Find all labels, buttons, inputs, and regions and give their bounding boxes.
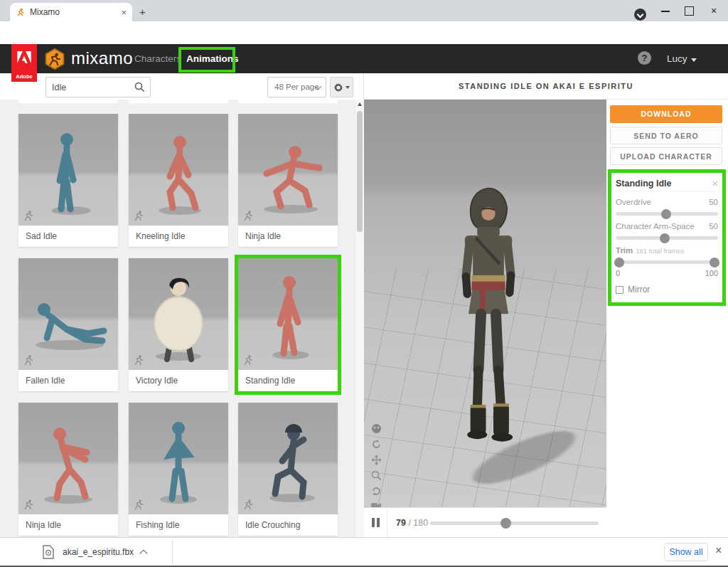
timeline-slider[interactable] xyxy=(430,521,599,525)
show-all-button[interactable]: Show all xyxy=(664,543,708,561)
mixamo-favicon-runner-icon xyxy=(16,8,25,17)
tab-characters[interactable]: Characters xyxy=(134,53,181,64)
user-menu[interactable]: Lucy xyxy=(667,53,697,64)
animation-card-label: Ninja Idle xyxy=(238,226,338,247)
mirror-label: Mirror xyxy=(628,285,650,295)
tab-animations[interactable]: Animations xyxy=(186,53,239,64)
user-name: Lucy xyxy=(667,53,687,64)
adobe-a-icon xyxy=(17,51,31,63)
animation-card-label: Kneeling Idle xyxy=(129,226,228,247)
animation-thumbnail xyxy=(238,403,338,514)
download-bar-close-icon[interactable]: × xyxy=(715,544,722,557)
settings-title: Standing Idle xyxy=(616,179,671,189)
armspace-slider-thumb[interactable] xyxy=(660,233,670,243)
armspace-value: 50 xyxy=(709,222,718,230)
overdrive-slider[interactable] xyxy=(616,212,718,216)
animation-thumbnail xyxy=(129,114,228,226)
animation-card-fishing-idle[interactable]: Fishing Idle xyxy=(129,403,228,536)
tab-close-icon[interactable]: × xyxy=(121,7,127,18)
gear-icon xyxy=(333,83,343,92)
animation-thumbnail xyxy=(18,403,118,514)
timeline-thumb[interactable] xyxy=(500,518,511,529)
current-frame: 79 xyxy=(396,518,406,528)
per-page-select[interactable]: 48 Per page xyxy=(267,77,326,97)
character-model[interactable] xyxy=(439,167,538,473)
animation-card-ninja-idle-2[interactable]: Ninja Idle xyxy=(18,403,118,536)
window-minimize-button[interactable] xyxy=(660,5,671,16)
downloaded-file-name: akai_e_espiritu.fbx xyxy=(63,547,134,557)
pause-button[interactable] xyxy=(364,508,387,538)
animation-card-victory-idle[interactable]: Victory Idle xyxy=(129,258,228,391)
upload-character-button[interactable]: UPLOAD CHARACTER xyxy=(610,147,722,165)
browser-tab[interactable]: Mixamo × xyxy=(10,3,132,21)
animation-thumbnail xyxy=(129,403,228,514)
animation-card-sad-idle[interactable]: Sad Idle xyxy=(18,114,118,247)
adobe-wordmark: Adobe xyxy=(16,73,32,80)
animation-type-runner-icon xyxy=(242,354,254,366)
window-close-button[interactable]: × xyxy=(708,5,719,16)
settings-gear-button[interactable] xyxy=(330,77,353,97)
grid-scrollbar[interactable] xyxy=(355,100,364,537)
search-box xyxy=(46,77,151,97)
animation-thumbnail xyxy=(129,258,228,370)
armspace-slider[interactable] xyxy=(616,236,718,240)
animation-card-label: Fallen Idle xyxy=(18,370,118,391)
animation-settings-panel: Standing Idle × Overdrive50 Character Ar… xyxy=(608,169,726,306)
orbit-icon[interactable] xyxy=(371,423,382,434)
chevron-up-icon[interactable] xyxy=(139,549,147,557)
viewport-toolbar xyxy=(368,423,384,507)
camera-icon[interactable] xyxy=(370,502,382,507)
animation-type-runner-icon xyxy=(242,210,254,221)
search-icon[interactable] xyxy=(134,82,145,92)
pan-icon[interactable] xyxy=(371,455,382,465)
animation-card-ninja-idle[interactable]: Ninja Idle xyxy=(238,114,338,247)
animation-type-runner-icon xyxy=(23,499,34,510)
animation-card-kneeling-idle[interactable]: Kneeling Idle xyxy=(129,114,228,247)
preview-sidebar: DOWNLOAD SEND TO AERO UPLOAD CHARACTER xyxy=(606,100,728,537)
per-page-value: 48 Per page xyxy=(274,83,319,91)
animation-type-runner-icon xyxy=(23,210,34,221)
animation-card-fallen-idle[interactable]: Fallen Idle xyxy=(18,258,118,391)
animation-type-runner-icon xyxy=(242,499,254,510)
animation-type-runner-icon xyxy=(23,354,34,366)
trim-label: Trim xyxy=(616,246,633,255)
animation-card-idle-crouching[interactable]: Idle Crouching xyxy=(238,403,338,536)
trim-start-thumb[interactable] xyxy=(614,258,624,267)
trim-end-thumb[interactable] xyxy=(710,258,719,267)
send-to-aero-button[interactable]: SEND TO AERO xyxy=(610,127,722,144)
zoom-icon[interactable] xyxy=(371,470,382,481)
reset-view-icon[interactable] xyxy=(371,486,382,497)
downloaded-file-chip[interactable]: akai_e_espiritu.fbx xyxy=(34,541,156,563)
browser-update-icon[interactable] xyxy=(634,9,646,21)
mirror-checkbox[interactable] xyxy=(616,286,623,294)
download-button[interactable]: DOWNLOAD xyxy=(610,105,722,123)
overdrive-label: Overdrive xyxy=(616,198,651,206)
trim-max-label: 100 xyxy=(705,269,718,277)
new-tab-button[interactable]: + xyxy=(139,6,146,18)
trim-slider[interactable] xyxy=(616,260,718,264)
scrollbar-thumb[interactable] xyxy=(357,111,363,232)
armspace-label: Character Arm-Space xyxy=(616,222,695,230)
brand-name[interactable]: mixamo xyxy=(71,48,133,68)
card-stub xyxy=(18,100,118,103)
animation-card-label: Sad Idle xyxy=(18,226,118,247)
3d-viewport[interactable] xyxy=(364,100,606,507)
animation-thumbnail xyxy=(238,258,338,370)
window-maximize-button[interactable] xyxy=(683,5,695,16)
chevron-down-icon xyxy=(346,86,350,89)
playback-bar: 79 / 180 xyxy=(364,507,606,537)
rotate-icon[interactable] xyxy=(371,439,382,450)
scrollbar-up-icon[interactable] xyxy=(358,102,362,106)
animation-card-label: Ninja Idle xyxy=(18,514,118,536)
animation-card-label: Standing Idle xyxy=(238,370,338,391)
settings-close-icon[interactable]: × xyxy=(712,178,718,189)
animation-card-standing-idle-selected[interactable]: Standing Idle xyxy=(238,258,338,391)
help-button[interactable]: ? xyxy=(638,51,651,65)
overdrive-slider-thumb[interactable] xyxy=(661,209,671,219)
mixamo-logo-icon[interactable] xyxy=(44,48,65,70)
search-input[interactable] xyxy=(52,78,132,96)
animation-card-label: Idle Crouching xyxy=(238,514,338,536)
browser-download-bar: akai_e_espiritu.fbx Show all × xyxy=(0,537,728,566)
adobe-logo[interactable]: Adobe xyxy=(11,44,37,82)
animation-card-label: Victory Idle xyxy=(129,370,228,391)
